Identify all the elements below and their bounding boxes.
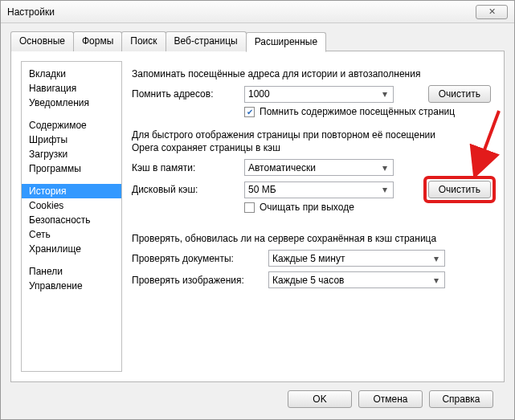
history-settings: Запоминать посещённые адреса для истории… (129, 51, 504, 381)
sidebar-item-7[interactable]: История (22, 184, 121, 198)
clear-disk-cache-button[interactable]: Очистить (428, 181, 491, 198)
chevron-down-icon: ▾ (378, 88, 391, 100)
chevron-down-icon: ▾ (430, 252, 443, 264)
remember-pages-checkbox[interactable]: ✔ (244, 107, 255, 117)
close-icon: ✕ (488, 6, 496, 17)
client-area: ОсновныеФормыПоискВеб-страницыРасширенны… (1, 23, 514, 419)
verify-docs-select[interactable]: Каждые 5 минут ▾ (268, 250, 445, 267)
sidebar-item-13[interactable]: Управление (22, 279, 121, 293)
verify-docs-value: Каждые 5 минут (272, 253, 345, 264)
sidebar-item-3[interactable]: Содержимое (22, 118, 121, 133)
sidebar-item-4[interactable]: Шрифты (22, 133, 121, 147)
clear-history-button[interactable]: Очистить (428, 85, 491, 103)
tab-2[interactable]: Поиск (121, 31, 166, 51)
titlebar: Настройки ✕ (1, 1, 514, 23)
sidebar-item-1[interactable]: Навигация (22, 81, 121, 96)
verify-docs-label: Проверять документы: (132, 253, 268, 264)
verify-imgs-label: Проверять изображения: (132, 275, 268, 286)
sidebar-item-5[interactable]: Загрузки (22, 147, 121, 161)
chevron-down-icon: ▾ (378, 161, 391, 173)
clear-on-exit-label: Очищать при выходе (260, 202, 354, 213)
sidebar-item-9[interactable]: Безопасность (22, 213, 121, 227)
clear-on-exit-checkbox[interactable] (244, 202, 255, 213)
remember-pages-label: Помнить содержимое посещённых страниц (260, 106, 455, 117)
tab-1[interactable]: Формы (73, 31, 122, 51)
tab-0[interactable]: Основные (10, 31, 74, 51)
dialog-footer: OK Отмена Справка (10, 382, 505, 414)
close-button[interactable]: ✕ (476, 5, 508, 19)
tab-page-advanced: ВкладкиНавигацияУведомленияСодержимоеШри… (10, 51, 505, 382)
sidebar-item-12[interactable]: Панели (22, 264, 121, 279)
tab-3[interactable]: Веб-страницы (166, 31, 247, 51)
remember-label: Помнить адресов: (132, 88, 244, 100)
sidebar-item-10[interactable]: Сеть (22, 227, 121, 242)
settings-window: Настройки ✕ ОсновныеФормыПоискВеб-страни… (0, 0, 515, 420)
disk-cache-label: Дисковый кэш: (132, 184, 244, 195)
mem-cache-value: Автоматически (248, 162, 316, 173)
chevron-down-icon: ▾ (378, 184, 391, 196)
ok-button[interactable]: OK (288, 390, 352, 408)
history-intro: Запоминать посещённые адреса для истории… (132, 67, 491, 80)
disk-cache-value: 50 МБ (248, 184, 276, 195)
mem-cache-select[interactable]: Автоматически ▾ (244, 159, 394, 176)
verify-intro: Проверять, обновилась ли на сервере сохр… (132, 232, 491, 245)
sidebar-item-6[interactable]: Программы (22, 161, 121, 176)
cache-intro: Для быстрого отображения страницы при по… (132, 128, 491, 154)
tab-4[interactable]: Расширенные (246, 32, 327, 52)
sidebar-item-0[interactable]: Вкладки (22, 67, 121, 81)
cancel-button[interactable]: Отмена (358, 390, 423, 408)
sidebar-list[interactable]: ВкладкиНавигацияУведомленияСодержимоеШри… (21, 61, 122, 372)
tabstrip: ОсновныеФормыПоискВеб-страницыРасширенны… (10, 31, 505, 51)
window-title: Настройки (7, 6, 476, 18)
chevron-down-icon: ▾ (430, 274, 443, 286)
sidebar-item-8[interactable]: Cookies (22, 198, 121, 213)
remember-count-select[interactable]: 1000 ▾ (244, 86, 394, 103)
help-button[interactable]: Справка (429, 390, 493, 408)
remember-count-value: 1000 (248, 88, 270, 100)
verify-imgs-select[interactable]: Каждые 5 часов ▾ (268, 271, 445, 288)
sidebar-item-11[interactable]: Хранилище (22, 242, 121, 256)
disk-cache-select[interactable]: 50 МБ ▾ (244, 181, 394, 198)
mem-cache-label: Кэш в памяти: (132, 162, 244, 173)
sidebar-item-2[interactable]: Уведомления (22, 96, 121, 110)
verify-imgs-value: Каждые 5 часов (272, 275, 344, 286)
